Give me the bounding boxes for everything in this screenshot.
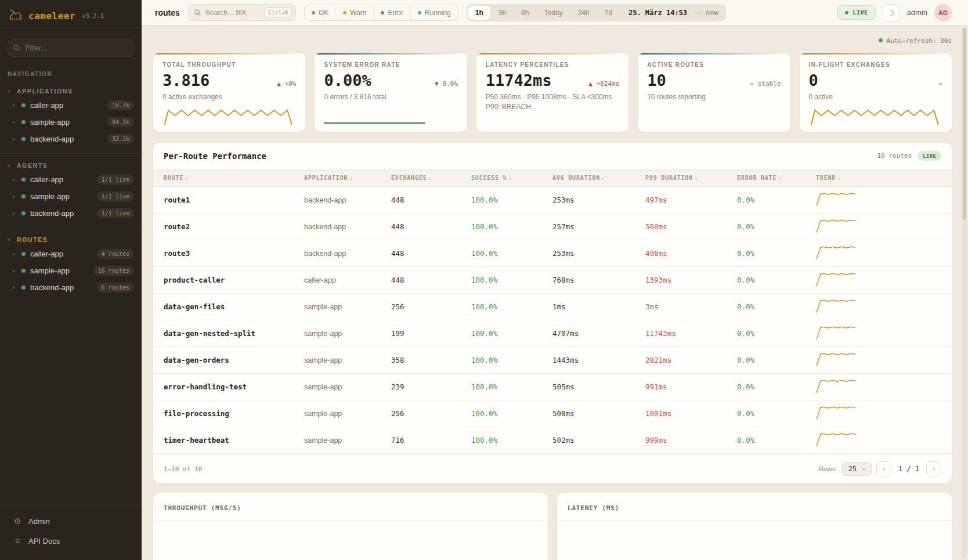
status-dot-icon (21, 103, 26, 107)
avatar[interactable]: AD (934, 4, 952, 21)
success-rate: 100.0% (461, 294, 542, 320)
scrollbar-thumb[interactable] (963, 28, 966, 219)
sidebar-section-applications: ▾APPLICATIONS▸caller-app10.7k▸sample-app… (0, 80, 142, 154)
sidebar-item-applications-caller-app[interactable]: ▸caller-app10.7k (0, 97, 142, 114)
avg-duration: 505ms (542, 374, 635, 400)
sidebar-item-applications-backend-app[interactable]: ▸backend-app32.2k (0, 131, 142, 147)
column-header-p99-duration[interactable]: P99 DURATION↕ (635, 169, 727, 186)
exchanges-count: 256 (381, 294, 461, 320)
time-range-button-7d[interactable]: 7d (598, 6, 619, 20)
status-filter-ok[interactable]: OK (305, 5, 336, 20)
item-label: sample-app (30, 192, 92, 201)
camel-logo-icon (8, 8, 23, 23)
sort-icon: ↕ (428, 176, 432, 181)
sidebar-item-agents-caller-app[interactable]: ▸caller-app1/1 live (0, 171, 142, 188)
exchanges-count: 448 (381, 240, 461, 266)
status-dot-icon (343, 11, 346, 15)
chevron-down-icon: ▾ (8, 89, 12, 94)
item-badge: 32.2k (107, 134, 134, 144)
next-page-button[interactable]: › (926, 461, 941, 476)
kpi-label: LATENCY PERCENTILES (486, 62, 619, 68)
brand-name: cameleer (28, 10, 75, 21)
column-header-application[interactable]: APPLICATION↕ (294, 169, 381, 186)
status-filter-error[interactable]: Error (374, 5, 411, 20)
table-row-data-gen-orders[interactable]: data-gen-orderssample-app358100.0%1443ms… (153, 347, 952, 374)
per-route-performance-panel: Per-Route Performance 10 routes LIVE ROU… (153, 143, 952, 483)
avg-duration: 508ms (542, 400, 635, 427)
sidebar-item-routes-backend-app[interactable]: ▸backend-app6 routes (0, 279, 142, 296)
time-range-button-24h[interactable]: 24h (571, 6, 597, 20)
time-range-button-today[interactable]: Today (537, 6, 569, 20)
section-header-applications[interactable]: ▾APPLICATIONS (0, 85, 142, 97)
search-input[interactable]: Search... ⌘K Ctrl+K (188, 4, 296, 21)
trend-sparkline (815, 190, 858, 208)
column-header-success-[interactable]: SUCCESS %↕ (461, 169, 542, 186)
section-label: AGENTS (17, 162, 48, 169)
table-row-route1[interactable]: route1backend-app448100.0%253ms497ms0.0% (153, 187, 952, 214)
app-window: cameleer v3.2.1 NAVIGATION ▾APPLICATIONS… (0, 0, 968, 560)
sidebar-item-agents-backend-app[interactable]: ▸backend-app1/1 live (0, 205, 142, 222)
column-label: EXCHANGES (391, 175, 427, 181)
sort-icon: ↕ (695, 176, 698, 181)
p99-duration: 2821ms (635, 347, 727, 373)
p99-duration: 999ms (635, 427, 727, 453)
application-name: sample-app (294, 428, 381, 453)
menu-icon: ≡ (13, 536, 22, 545)
route-name: error-handling-test (153, 374, 294, 400)
item-badge: 6 routes (97, 283, 134, 292)
sidebar-footer-api-docs[interactable]: ≡API Docs (0, 531, 142, 551)
sidebar-item-routes-sample-app[interactable]: ▸sample-app16 routes (0, 262, 142, 279)
pagination-range: 1–10 of 10 (164, 465, 202, 473)
table-row-error-handling-test[interactable]: error-handling-testsample-app239100.0%50… (153, 374, 952, 400)
sidebar-item-agents-sample-app[interactable]: ▸sample-app1/1 live (0, 188, 142, 205)
application-name: backend-app (294, 241, 381, 266)
column-header-avg-duration[interactable]: AVG DURATION↕ (542, 169, 635, 186)
table-row-product-caller[interactable]: product-callercaller-app448100.0%768ms13… (153, 267, 952, 294)
column-header-exchanges[interactable]: EXCHANGES↕ (381, 169, 461, 186)
section-header-routes[interactable]: ▾ROUTES (0, 234, 142, 245)
theme-toggle-button[interactable]: ☾ (883, 4, 900, 21)
kpi-card-active-routes: ACTIVE ROUTES10⇔ stable10 routes reporti… (638, 53, 790, 132)
column-header-error-rate[interactable]: ERROR RATE↕ (727, 169, 806, 186)
time-range-button-3h[interactable]: 3h (492, 6, 513, 20)
avg-duration: 4707ms (542, 320, 635, 346)
time-range-button-1h[interactable]: 1h (468, 6, 490, 20)
exchanges-count: 448 (381, 267, 461, 293)
application-name: sample-app (294, 348, 381, 373)
column-header-trend[interactable]: TREND↕ (806, 169, 952, 186)
table-row-data-gen-nested-split[interactable]: data-gen-nested-splitsample-app199100.0%… (153, 320, 952, 347)
table-row-data-gen-files[interactable]: data-gen-filessample-app256100.0%1ms3ms0… (153, 294, 952, 320)
kpi-delta: ▲ +924ms (588, 80, 619, 88)
page-scrollbar[interactable] (962, 27, 967, 559)
sparkline-chart (162, 106, 296, 127)
table-row-route2[interactable]: route2backend-app448100.0%257ms500ms0.0% (153, 214, 952, 240)
p99-duration: 991ms (635, 374, 727, 400)
sidebar-item-applications-sample-app[interactable]: ▸sample-app84.1k (0, 114, 142, 131)
chevron-down-icon: ▾ (8, 237, 12, 243)
sidebar-footer-admin[interactable]: ⚙Admin (0, 511, 142, 531)
status-dot-icon (21, 178, 26, 182)
status-filter-warn[interactable]: Warn (336, 5, 374, 20)
sidebar-section-routes: ▾ROUTES▸caller-app4 routes▸sample-app16 … (0, 228, 142, 302)
sidebar-item-routes-caller-app[interactable]: ▸caller-app4 routes (0, 245, 142, 262)
item-label: backend-app (30, 283, 92, 292)
status-filter-running[interactable]: Running (411, 5, 458, 20)
filter-label: Warn (350, 9, 366, 17)
p99-duration: 1393ms (635, 267, 727, 293)
sidebar-filter-input[interactable] (8, 39, 134, 57)
table-row-file-processing[interactable]: file-processingsample-app256100.0%508ms1… (153, 400, 952, 427)
table-row-route3[interactable]: route3backend-app448100.0%253ms498ms0.0% (153, 240, 952, 267)
avg-duration: 1443ms (542, 347, 635, 373)
table-row-timer-heartbeat[interactable]: timer-heartbeatsample-app716100.0%502ms9… (153, 427, 952, 454)
time-range-button-6h[interactable]: 6h (514, 6, 536, 20)
user-name: admin (907, 8, 927, 17)
section-header-agents[interactable]: ▾AGENTS (0, 160, 142, 171)
search-placeholder: Search... ⌘K (205, 9, 261, 17)
time-range-start: 25. März 14:53 (620, 9, 692, 17)
status-dot-icon (21, 211, 26, 215)
rows-per-page-select[interactable]: 25 ▾ (842, 462, 872, 476)
section-label: ROUTES (17, 236, 48, 243)
prev-page-button[interactable]: ‹ (876, 461, 891, 476)
column-header-route[interactable]: ROUTE↕ (153, 169, 294, 186)
success-rate: 100.0% (461, 240, 542, 266)
